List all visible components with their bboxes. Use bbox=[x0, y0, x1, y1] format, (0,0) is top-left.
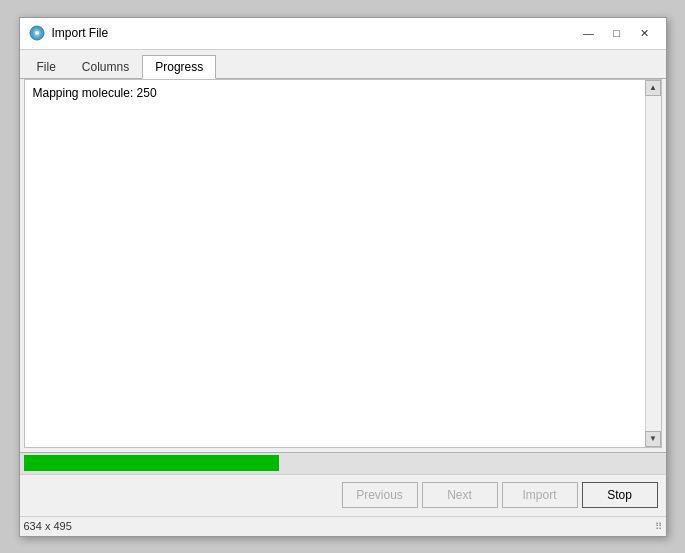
previous-button[interactable]: Previous bbox=[342, 482, 418, 508]
tab-file[interactable]: File bbox=[24, 55, 69, 79]
vertical-scrollbar[interactable]: ▲ ▼ bbox=[645, 80, 661, 447]
close-button[interactable]: ✕ bbox=[632, 23, 658, 43]
scroll-track[interactable] bbox=[646, 96, 661, 431]
window-title: Import File bbox=[52, 26, 576, 40]
title-bar: Import File — □ ✕ bbox=[20, 18, 666, 50]
dimensions-text: 634 x 495 bbox=[24, 520, 72, 532]
status-bar: 634 x 495 ⠿ bbox=[20, 516, 666, 536]
progress-bar-container bbox=[24, 455, 662, 471]
app-icon bbox=[28, 24, 46, 42]
main-window: Import File — □ ✕ File Columns Progress … bbox=[19, 17, 667, 537]
next-button[interactable]: Next bbox=[422, 482, 498, 508]
stop-button[interactable]: Stop bbox=[582, 482, 658, 508]
progress-status-text: Mapping molecule: 250 bbox=[31, 84, 655, 102]
scroll-down-arrow[interactable]: ▼ bbox=[645, 431, 661, 447]
svg-point-1 bbox=[35, 31, 39, 35]
scroll-content: Mapping molecule: 250 bbox=[25, 80, 661, 447]
resize-grip-icon: ⠿ bbox=[655, 521, 662, 532]
window-controls: — □ ✕ bbox=[576, 23, 658, 43]
tab-bar: File Columns Progress bbox=[20, 50, 666, 79]
minimize-button[interactable]: — bbox=[576, 23, 602, 43]
import-button[interactable]: Import bbox=[502, 482, 578, 508]
tab-columns[interactable]: Columns bbox=[69, 55, 142, 79]
progress-bar-area bbox=[20, 452, 666, 474]
tab-progress[interactable]: Progress bbox=[142, 55, 216, 79]
scroll-up-arrow[interactable]: ▲ bbox=[645, 80, 661, 96]
maximize-button[interactable]: □ bbox=[604, 23, 630, 43]
content-area: Mapping molecule: 250 ▲ ▼ bbox=[24, 79, 662, 448]
bottom-bar: Previous Next Import Stop bbox=[20, 474, 666, 516]
progress-bar-fill bbox=[24, 455, 279, 471]
